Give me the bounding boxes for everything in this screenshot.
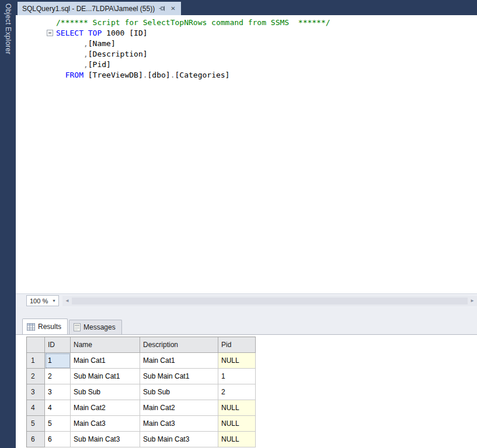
tab-messages-label: Messages — [83, 323, 116, 331]
pane-splitter[interactable] — [16, 307, 477, 318]
scrollbar-thumb[interactable] — [72, 298, 468, 304]
grid-row-4: 44Main Cat2Main Cat2NULL — [27, 400, 256, 416]
pin-icon[interactable] — [159, 5, 165, 12]
grid-header-row: IDNameDescriptionPid — [27, 337, 256, 353]
zoom-value: 100 % — [30, 298, 48, 304]
cell-r3-id[interactable]: 3 — [45, 384, 71, 400]
column-header-name[interactable]: Name — [71, 337, 140, 353]
document-tab[interactable]: SQLQuery1.sql - DE...7LDPA\Jameel (55)) … — [18, 2, 181, 15]
cell-r5-id[interactable]: 5 — [45, 416, 71, 432]
sql-editor[interactable]: /****** Script for SelectTopNRows comman… — [16, 15, 477, 293]
results-tab-bar: Results Messages — [16, 318, 477, 334]
cell-r1-id[interactable]: 1 — [45, 353, 71, 369]
code-area[interactable]: /****** Script for SelectTopNRows comman… — [56, 18, 330, 80]
horizontal-scrollbar[interactable]: ◄ ► — [62, 296, 477, 306]
grid-row-1: 11Main Cat1Main Cat1NULL — [27, 353, 256, 369]
results-grid-icon — [27, 323, 35, 331]
row-header-5[interactable]: 5 — [27, 416, 45, 432]
object-explorer-strip: Object Explorer — [0, 0, 16, 448]
column-header-id[interactable]: ID — [45, 337, 71, 353]
cell-r1-description[interactable]: Main Cat1 — [140, 353, 218, 369]
cell-r5-name[interactable]: Main Cat3 — [71, 416, 140, 432]
tab-results-label: Results — [38, 323, 61, 331]
object-explorer-label: Object Explorer — [4, 4, 12, 54]
cell-r4-description[interactable]: Main Cat2 — [140, 400, 218, 416]
object-explorer-tab[interactable]: Object Explorer — [4, 0, 12, 54]
row-header-6[interactable]: 6 — [27, 432, 45, 447]
row-header-3[interactable]: 3 — [27, 384, 45, 400]
grid-row-6: 66Sub Main Cat3Sub Main Cat3NULL — [27, 432, 256, 447]
results-pane: IDNameDescriptionPid11Main Cat1Main Cat1… — [16, 334, 477, 448]
cell-r5-description[interactable]: Main Cat3 — [140, 416, 218, 432]
cell-r4-pid[interactable]: NULL — [218, 400, 256, 416]
grid-row-5: 55Main Cat3Main Cat3NULL — [27, 416, 256, 432]
code-line: ,[Name] — [56, 38, 330, 49]
editor-bottom-bar: 100 % ▼ ◄ ► — [16, 293, 477, 307]
tab-messages[interactable]: Messages — [69, 320, 122, 334]
code-line: /****** Script for SelectTopNRows comman… — [56, 18, 330, 28]
cell-r3-description[interactable]: Sub Sub — [140, 384, 218, 400]
collapse-toggle-icon[interactable] — [47, 30, 53, 36]
code-line: ,[Description] — [56, 49, 330, 60]
grid-corner-cell[interactable] — [27, 337, 45, 353]
column-header-pid[interactable]: Pid — [218, 337, 256, 353]
cell-r5-pid[interactable]: NULL — [218, 416, 256, 432]
cell-r1-name[interactable]: Main Cat1 — [71, 353, 140, 369]
scroll-left-button[interactable]: ◄ — [62, 296, 72, 306]
row-header-1[interactable]: 1 — [27, 353, 45, 369]
cell-r6-id[interactable]: 6 — [45, 432, 71, 447]
row-header-4[interactable]: 4 — [27, 400, 45, 416]
cell-r2-name[interactable]: Sub Main Cat1 — [71, 369, 140, 384]
column-header-description[interactable]: Description — [140, 337, 218, 353]
results-grid: IDNameDescriptionPid11Main Cat1Main Cat1… — [26, 337, 256, 447]
code-line: FROM [TreeViewDB].[dbo].[Categories] — [56, 70, 330, 80]
tab-title: SQLQuery1.sql - DE...7LDPA\Jameel (55)) — [22, 5, 155, 13]
chevron-down-icon: ▼ — [52, 299, 56, 303]
ssms-window: Object Explorer SQLQuery1.sql - DE...7LD… — [0, 0, 477, 448]
code-line: SELECT TOP 1000 [ID] — [56, 28, 330, 38]
grid-row-2: 22Sub Main Cat1Sub Main Cat11 — [27, 369, 256, 384]
cell-r1-pid[interactable]: NULL — [218, 353, 256, 369]
cell-r6-name[interactable]: Sub Main Cat3 — [71, 432, 140, 447]
cell-r3-pid[interactable]: 2 — [218, 384, 256, 400]
zoom-combo[interactable]: 100 % ▼ — [26, 295, 59, 306]
cell-r6-description[interactable]: Sub Main Cat3 — [140, 432, 218, 447]
cell-r4-name[interactable]: Main Cat2 — [71, 400, 140, 416]
scroll-right-button[interactable]: ► — [468, 296, 477, 306]
row-header-2[interactable]: 2 — [27, 369, 45, 384]
cell-r2-description[interactable]: Sub Main Cat1 — [140, 369, 218, 384]
cell-r2-id[interactable]: 2 — [45, 369, 71, 384]
cell-r4-id[interactable]: 4 — [45, 400, 71, 416]
grid-row-3: 33Sub SubSub Sub2 — [27, 384, 256, 400]
document-tab-bar: SQLQuery1.sql - DE...7LDPA\Jameel (55)) … — [16, 0, 477, 15]
cell-r2-pid[interactable]: 1 — [218, 369, 256, 384]
code-line: ,[Pid] — [56, 60, 330, 70]
document-area: SQLQuery1.sql - DE...7LDPA\Jameel (55)) … — [16, 0, 477, 448]
cell-r6-pid[interactable]: NULL — [218, 432, 256, 447]
cell-r3-name[interactable]: Sub Sub — [71, 384, 140, 400]
messages-icon — [74, 323, 81, 331]
close-icon[interactable]: ✕ — [169, 5, 176, 12]
tab-results[interactable]: Results — [22, 318, 68, 334]
